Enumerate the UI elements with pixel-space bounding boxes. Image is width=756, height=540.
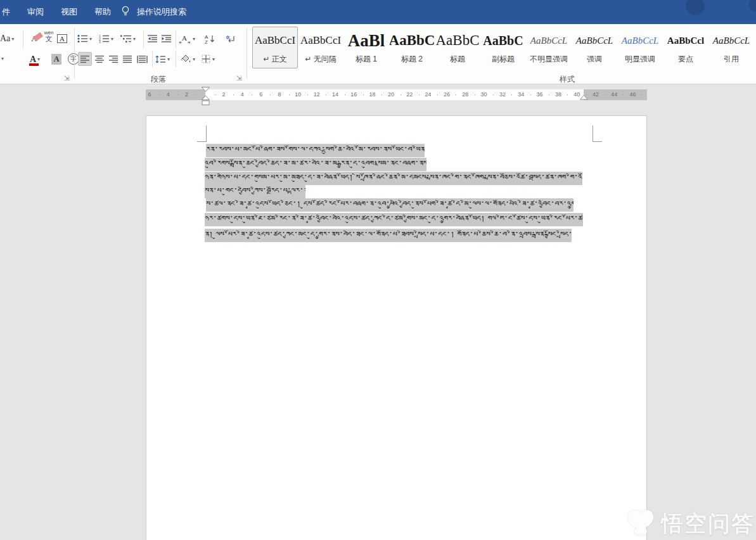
ribbon-tab-审阅[interactable]: 审阅	[27, 6, 44, 18]
font-color-button[interactable]: A ▾	[25, 52, 44, 66]
style-sample: AaBbCcI	[298, 27, 343, 54]
align-center-button[interactable]	[93, 52, 106, 66]
indent-markers[interactable]	[201, 86, 210, 106]
bullets-button[interactable]: ▾	[77, 32, 92, 46]
ruler-number: 4	[241, 91, 244, 98]
justify-icon	[123, 55, 132, 63]
ruler-number: 16	[350, 91, 357, 98]
ruler-number: 14	[332, 91, 338, 98]
font-color-icon: A	[30, 53, 36, 65]
align-left-button[interactable]	[78, 52, 92, 66]
style-label: 标题 2	[390, 54, 434, 65]
style-item-3[interactable]: AaBl标题 1	[343, 27, 389, 68]
ruler-tick	[623, 94, 624, 95]
clear-formatting-icon: A	[31, 34, 37, 44]
ruler-tick	[437, 94, 438, 95]
style-item-7[interactable]: AaBbCcL不明显强调	[526, 27, 572, 68]
character-shading-button[interactable]: A	[49, 52, 63, 66]
justify-button[interactable]	[120, 52, 134, 66]
line-spacing-button[interactable]: ▾	[155, 52, 170, 66]
ribbon-tab-视图[interactable]: 视图	[61, 6, 77, 18]
style-label: 强调	[572, 54, 617, 65]
ruler-number: 44	[611, 91, 617, 98]
paragraph-dialog-launcher[interactable]: ⇲	[234, 74, 243, 82]
document-text-line-5[interactable]: སྔོ་ཚལ་ནང་ཟེ་ཚྭ་འདུས་ཡོད་ཅིང་། དུས་ཚོད་ར…	[206, 198, 573, 212]
ruler-tick	[326, 94, 326, 95]
ruler-tick	[196, 94, 196, 95]
style-item-2[interactable]: AaBbCcI↵ 无间隔	[298, 27, 343, 68]
ruler-number: 24	[425, 91, 432, 98]
clipped-dropdown-caret[interactable]: ▾	[1, 56, 4, 61]
change-case-button[interactable]: Aa▾	[0, 32, 14, 46]
ruler-number: 12	[314, 91, 320, 98]
multilevel-list-button[interactable]: ▾	[120, 32, 136, 46]
style-item-9[interactable]: AaBbCcL明显强调	[617, 27, 663, 68]
decrease-indent-icon	[148, 34, 158, 43]
document-text-line-3[interactable]: ཉིན་གཉིས་པ་དང་གསུམ་པར་མུ་མཐུད་དུ་ཟ་བཞིན་…	[205, 172, 582, 185]
asian-layout-button[interactable]: A ▾	[179, 32, 195, 46]
phonetic-guide-button[interactable]: wén 文	[42, 29, 56, 43]
ruler-tick	[400, 94, 401, 95]
decrease-indent-button[interactable]	[146, 32, 159, 46]
document-text-line-4[interactable]: སྨན་པ་གུང་དབྱིས་ཀྱིས་བརྗོད་པ་ལྟར་ན།	[205, 185, 305, 198]
style-sample: AaBbCcL	[618, 27, 662, 54]
hanging-indent-marker	[202, 96, 210, 100]
ribbon-tab-件[interactable]: 件	[2, 6, 10, 18]
document-text-line-1[interactable]: རྒན་རབས་པ་མང་པོ་ཞིག་ཟས་གོས་ལ་དཀའ་སྡུག་ཆེ…	[206, 144, 425, 157]
ruler-number: 34	[518, 91, 524, 98]
style-item-1[interactable]: AaBbCcI↵ 正文	[252, 27, 298, 68]
right-indent-marker[interactable]	[579, 94, 589, 101]
style-sample: AaBbCcl	[663, 27, 708, 54]
style-item-11[interactable]: AaBbCcL引用	[708, 27, 754, 68]
shading-button[interactable]: ▾	[180, 52, 195, 66]
style-label: 标题	[435, 54, 480, 65]
distributed-button[interactable]	[134, 52, 150, 66]
style-label: ↵ 无间隔	[298, 54, 343, 65]
style-sample: AaBbCcL	[572, 27, 617, 54]
sort-icon: A Z	[205, 34, 216, 44]
style-item-8[interactable]: AaBbCcL强调	[572, 27, 617, 68]
horizontal-ruler[interactable]: 6422468101214161820222426283032343638404…	[146, 89, 647, 100]
document-text-line-6[interactable]: ཉར་ཚགས་དུས་ཡུན་ཇེ་ཙམ་རིང་ན་ཟེ་ཚྭ་འབྱིང་བ…	[205, 213, 583, 226]
ruler-strip: 6422468101214161820222426283032343638404…	[0, 84, 756, 108]
ruler-tick	[475, 94, 475, 95]
clear-formatting-button[interactable]: A	[27, 32, 42, 46]
sort-button[interactable]: A Z	[203, 32, 218, 46]
align-left-icon	[80, 55, 90, 63]
ruler-tick	[215, 94, 215, 95]
character-border-button[interactable]: A	[56, 32, 68, 46]
ruler-number: 8	[278, 91, 281, 98]
borders-button[interactable]: ▾	[202, 52, 215, 66]
ribbon-home: Aa▾ A wén 文 A ▾ A ▾ A 字	[0, 24, 756, 84]
first-line-indent-marker	[202, 87, 210, 92]
titlebar-tabs: 件审阅视图帮助	[2, 0, 128, 24]
svg-text:Z: Z	[205, 39, 208, 44]
ruler-number: 36	[537, 91, 543, 98]
style-item-6[interactable]: AaBbC副标题	[480, 27, 526, 68]
ruler-tick	[307, 94, 308, 95]
asian-layout-icon: A	[179, 34, 191, 44]
ruler-tick	[567, 94, 568, 95]
align-right-button[interactable]	[106, 52, 120, 66]
style-sample: AaBl	[344, 27, 388, 54]
ribbon-tab-帮助[interactable]: 帮助	[94, 6, 111, 18]
increase-indent-button[interactable]	[160, 32, 173, 46]
change-case-icon: Aa	[0, 34, 10, 44]
style-sample: AaBbCcL	[527, 27, 571, 54]
style-item-5[interactable]: AaBbC标题	[435, 27, 480, 68]
left-indent-marker	[202, 101, 209, 105]
ruler-number: 18	[369, 91, 376, 98]
style-sample: AaBbCcL	[709, 27, 753, 54]
style-item-4[interactable]: AaBbC标题 2	[389, 27, 435, 68]
font-dialog-launcher[interactable]: ⇲	[62, 74, 71, 82]
document-text-line-2[interactable]: འབུ་རིགས་སྒྲོན་ཆུང་བྱེད་ཆེད་ཟ་མ་ཚར་བའི་ཟ…	[205, 158, 426, 171]
borders-grid-icon	[202, 55, 211, 63]
numbering-button[interactable]: 123 ▾	[99, 32, 113, 46]
document-text-line-7[interactable]: ན། ལུས་པོར་ཟེ་ཚྭ་འདུས་ཚད་ཀྱང་མང་དུ་གྱུར་…	[205, 229, 572, 242]
distributed-icon	[137, 55, 148, 63]
tell-me-search[interactable]: 操作说明搜索	[120, 0, 186, 24]
ruler-number: 28	[462, 91, 468, 98]
style-item-10[interactable]: AaBbCcl要点	[663, 27, 708, 68]
style-sample: AaBbC	[481, 27, 525, 54]
show-hide-marks-button[interactable]: ✲	[223, 32, 238, 46]
